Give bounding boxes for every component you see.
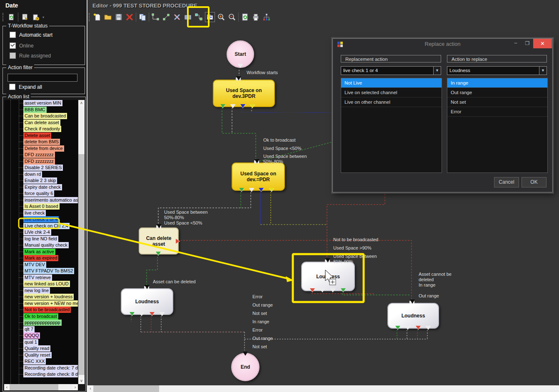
action-item-label[interactable]: DFD zzzzzzzz	[23, 152, 55, 158]
output-connector-red[interactable]	[416, 326, 421, 332]
action-item-label[interactable]: new version + loudness	[23, 294, 74, 300]
vscroll-thumb[interactable]	[78, 154, 85, 375]
action-item-label[interactable]: REC XXX	[23, 358, 46, 365]
action-item-label[interactable]: Quality read	[23, 345, 50, 352]
replacement-action-combobox[interactable]: live check 1 or 4 ▼	[341, 66, 441, 75]
output-connector-yellow[interactable]	[269, 188, 274, 194]
action-item-label[interactable]: QQQQ	[23, 332, 40, 339]
action-list-item[interactable]: MTV retrieve	[4, 275, 78, 281]
action-list-item[interactable]: Recording date check: 8 d:	[4, 371, 78, 378]
action-list-item[interactable]: asset version MIN	[4, 100, 78, 107]
action-item-label[interactable]: Recording date check: 8 d:	[23, 371, 78, 377]
replace-action-icon[interactable]	[205, 12, 215, 22]
checkbox-box[interactable]	[10, 42, 16, 49]
output-connector-white[interactable]	[139, 312, 144, 318]
output-connector-white[interactable]	[405, 326, 410, 332]
open-folder-icon[interactable]	[103, 12, 112, 22]
action-list-item[interactable]: Disable 2 SERIES	[4, 165, 78, 171]
close-button[interactable]: ✕	[533, 39, 552, 48]
refresh-icon[interactable]	[7, 13, 15, 21]
action-list-item[interactable]: new log line	[4, 287, 78, 294]
action-item-label[interactable]: pppppppppppppp	[23, 320, 62, 326]
output-connector-green[interactable]	[130, 312, 135, 318]
minimize-button[interactable]: –	[510, 39, 522, 48]
node-loudness-right[interactable]: Loudness	[387, 303, 439, 329]
action-item-label[interactable]: down rd	[23, 171, 42, 177]
list-item[interactable]: In range	[447, 78, 547, 88]
input-connector-icon[interactable]	[410, 300, 415, 306]
input-connector-icon[interactable]	[255, 159, 260, 166]
hierarchy-icon[interactable]	[262, 12, 271, 22]
action-item-label[interactable]: Delete from device	[23, 145, 64, 152]
action-list-item[interactable]: Enable 2 3 skip	[4, 177, 78, 184]
save-icon[interactable]	[114, 12, 123, 22]
action-list-item[interactable]: Quality reset	[4, 352, 78, 359]
action-item-label[interactable]: Expiry date check	[23, 184, 62, 190]
input-connector-icon[interactable]	[145, 285, 150, 292]
action-item-label[interactable]: qual 1	[23, 339, 38, 345]
action-list-item[interactable]: Mark as expired	[4, 255, 78, 262]
action-item-label[interactable]: Disable 2 SERIES	[23, 165, 63, 171]
action-item-label[interactable]: Recording date check: 7 da	[23, 365, 78, 371]
rectangle-tool-icon[interactable]	[183, 12, 192, 22]
action-item-label[interactable]: Mark as active	[23, 249, 55, 255]
action-list-item[interactable]: live check	[4, 210, 78, 217]
action-item-label[interactable]: Not to be broadcasted	[23, 307, 71, 313]
action-list-item[interactable]: DFD zzzzzzzz	[4, 158, 78, 165]
action-item-label[interactable]: BBB BMC	[23, 107, 47, 113]
canvas-hscrollbar[interactable]: ‹	[87, 385, 559, 392]
action-list-item[interactable]: Can be broadcasted	[4, 113, 78, 120]
action-item-label[interactable]: qlt 7	[23, 326, 35, 332]
scroll-right-arrow[interactable]: ›	[72, 384, 78, 390]
action-item-label[interactable]: log line NO field	[23, 236, 58, 242]
checkbox-automatic-start[interactable]: Automatic start	[10, 32, 52, 38]
canvas-hscroll-thumb[interactable]	[93, 385, 159, 392]
list-item[interactable]: Error	[447, 107, 547, 117]
checkbox-box[interactable]	[9, 84, 15, 90]
polyline-tool-icon[interactable]	[151, 12, 160, 22]
action-item-label[interactable]: MTV FTPADV To BMS2	[23, 268, 74, 274]
toolbar-grip[interactable]	[89, 13, 91, 21]
maximize-button[interactable]: ❐	[522, 39, 533, 48]
delete-icon[interactable]	[125, 12, 134, 22]
output-connector-green[interactable]	[239, 188, 244, 194]
action-list-item[interactable]: Expiry date check	[4, 184, 78, 191]
new-document-icon[interactable]	[92, 12, 102, 22]
toolbar-grip[interactable]	[2, 13, 5, 21]
action-list-item[interactable]: Check if readonly	[4, 126, 78, 132]
action-filter-input[interactable]	[7, 74, 77, 82]
output-connector-green[interactable]	[395, 326, 400, 332]
action-list-item[interactable]: inserimento automatico asse	[4, 197, 78, 204]
action-item-label[interactable]: MTV retrieve	[23, 275, 52, 281]
action-list-item[interactable]: Mark as active	[4, 249, 78, 255]
action-list-item[interactable]: Is Asset 0 based	[4, 203, 78, 210]
print-icon[interactable]	[251, 12, 260, 22]
action-list-item[interactable]: delete from BMS	[4, 139, 78, 145]
action-item-label[interactable]: live check 1 or 4	[23, 216, 59, 222]
checkbox-online[interactable]: Online	[10, 42, 34, 49]
toolbar-overflow-icon[interactable]: ▾	[42, 15, 44, 19]
action-item-label[interactable]: Quality reset	[23, 352, 52, 358]
action-list-item[interactable]: qlt 7	[4, 326, 78, 333]
action-list-item[interactable]: Manual quality check	[4, 242, 78, 249]
output-connector-white[interactable]	[249, 188, 254, 194]
copy-icon[interactable]	[138, 12, 147, 22]
action-list-item[interactable]: force quality 6	[4, 190, 78, 197]
hscroll-thumb[interactable]	[10, 384, 58, 390]
output-connector-red[interactable]	[176, 239, 182, 244]
list-item[interactable]: Not Live	[341, 78, 442, 88]
output-connector[interactable]	[238, 64, 243, 70]
zoom-out-icon[interactable]	[227, 12, 237, 22]
action-list-vscrollbar[interactable]: ˄ ˅	[78, 100, 85, 384]
input-connector-icon[interactable]	[325, 258, 330, 265]
output-connector-white[interactable]	[230, 104, 235, 110]
input-connector-icon[interactable]	[157, 224, 162, 231]
action-list-item[interactable]: DFD zzzzzzzz	[4, 152, 78, 158]
chevron-down-icon[interactable]: ▼	[539, 67, 547, 75]
output-connector-white[interactable]	[320, 288, 325, 295]
node-loudness-middle[interactable]: Loudness	[301, 262, 355, 291]
action-item-label[interactable]: new linked ass LOUD	[23, 281, 70, 287]
action-item-label[interactable]: inserimento automatico asse	[23, 197, 78, 203]
properties-icon[interactable]	[21, 13, 29, 21]
output-connector-yellow[interactable]	[250, 104, 255, 110]
